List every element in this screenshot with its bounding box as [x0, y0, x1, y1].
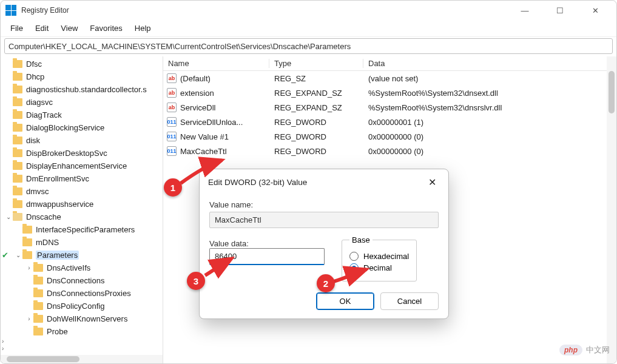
value-name: MaxCacheTtl	[180, 147, 227, 156]
value-name: New Value #1	[180, 132, 229, 141]
value-type: REG_EXPAND_SZ	[269, 103, 363, 112]
folder-icon	[13, 124, 22, 132]
folder-icon	[13, 73, 22, 81]
tree-item-label: dmvsc	[26, 187, 49, 196]
value-row[interactable]: 011MaxCacheTtlREG_DWORD0x00000000 (0)	[163, 144, 616, 158]
value-row[interactable]: 011New Value #1REG_DWORD0x00000000 (0)	[163, 129, 616, 144]
tree-item[interactable]: dmwappushservice	[1, 198, 163, 211]
base-legend: Base	[349, 235, 373, 244]
tree-item-label: mDNS	[36, 238, 59, 247]
tree-item[interactable]: InterfaceSpecificParameters	[1, 223, 163, 236]
tree-item-label: DnsPolicyConfig	[47, 302, 104, 311]
value-row[interactable]: abextensionREG_EXPAND_SZ%SystemRoot%\Sys…	[163, 86, 616, 100]
list-vscrollbar[interactable]	[607, 56, 616, 363]
chevron-icon: ⌄	[4, 214, 13, 220]
tree-item-label: DnsActiveIfs	[47, 263, 90, 272]
menu-help[interactable]: Help	[129, 21, 157, 35]
edit-dword-dialog: Edit DWORD (32-bit) Value ✕ Value name: …	[199, 169, 449, 319]
tree-item-label: DmEnrollmentSvc	[26, 174, 89, 183]
value-type: REG_DWORD	[269, 147, 363, 156]
folder-icon	[33, 289, 43, 297]
annotation-arrow-3	[200, 256, 237, 280]
cancel-button[interactable]: Cancel	[380, 292, 439, 310]
col-type[interactable]: Type	[269, 59, 363, 68]
tree-pane[interactable]: DfscDhcpdiagnosticshub.standardcollector…	[1, 56, 163, 363]
value-data: 0x00000000 (0)	[363, 147, 616, 156]
tree-item[interactable]: DiagTrack	[1, 109, 163, 121]
folder-icon	[33, 315, 43, 323]
tree-item-label: DnsConnections	[47, 276, 104, 285]
value-name-field[interactable]: MaxCacheTtl	[209, 212, 439, 228]
menu-view[interactable]: View	[55, 21, 84, 35]
tree-item[interactable]: DnsPolicyConfig	[1, 300, 163, 312]
tree-hscrollbar[interactable]	[1, 355, 163, 363]
dialog-close-button[interactable]: ✕	[425, 175, 440, 189]
chevron-icon: ⌄	[14, 252, 22, 258]
tree-item-label: DispBrokerDesktopSvc	[26, 149, 107, 158]
tree-item[interactable]: DnsConnectionsProxies	[1, 287, 163, 300]
tree-item[interactable]: ⌄Dnscache	[1, 211, 163, 223]
maximize-button[interactable]: ☐	[551, 6, 569, 15]
radio-hexadecimal[interactable]: Hexadecimal	[349, 252, 409, 261]
folder-icon	[22, 251, 32, 259]
address-bar[interactable]: Computer\HKEY_LOCAL_MACHINE\SYSTEM\Curre…	[4, 38, 613, 54]
tree-item-label: Dhcp	[26, 72, 44, 81]
tree-item-label: Probe	[47, 327, 68, 336]
annotation-arrow-1	[174, 157, 228, 189]
tree-item[interactable]: dmvsc	[1, 185, 163, 198]
tree-item[interactable]: disk	[1, 134, 163, 147]
tree-item[interactable]: ✔⌄Parameters	[1, 249, 163, 261]
annotation-marker-2: 2	[317, 274, 335, 292]
check-icon: ✔	[2, 251, 8, 260]
radio-icon	[349, 252, 359, 261]
close-button[interactable]: ✕	[586, 6, 604, 15]
tree-item-label: InterfaceSpecificParameters	[36, 225, 135, 234]
tree-item[interactable]: DispBrokerDesktopSvc	[1, 147, 163, 160]
ok-button[interactable]: OK	[316, 292, 374, 310]
tree-item[interactable]: diagnosticshub.standardcollector.s	[1, 83, 163, 96]
string-value-icon: ab	[167, 103, 177, 112]
tree-item[interactable]: ›DohWellKnownServers	[1, 312, 163, 325]
tree-item[interactable]: diagsvc	[1, 96, 163, 109]
tree-item[interactable]: DisplayEnhancementService	[1, 160, 163, 172]
menu-edit[interactable]: Edit	[29, 21, 55, 35]
folder-icon	[13, 86, 22, 93]
value-row[interactable]: 011ServiceDllUnloa...REG_DWORD0x00000001…	[163, 115, 616, 129]
folder-icon	[33, 264, 43, 272]
value-name-label: Value name:	[209, 200, 439, 209]
value-data: %SystemRoot%\System32\dnsrslvr.dll	[363, 103, 616, 112]
tree-item[interactable]: DmEnrollmentSvc	[1, 172, 163, 185]
list-header[interactable]: Name Type Data	[163, 56, 616, 71]
titlebar: Registry Editor — ☐ ✕	[1, 1, 616, 20]
annotation-arrow-2	[329, 266, 371, 286]
watermark-text: 中文网	[586, 345, 610, 356]
folder-icon	[13, 111, 22, 119]
folder-icon	[13, 149, 22, 157]
tree-item[interactable]: DnsConnections	[1, 274, 163, 287]
tree-item[interactable]: Probe	[1, 325, 163, 338]
folder-icon	[13, 60, 22, 68]
tree-item-label: Dfsc	[26, 59, 42, 69]
minimize-button[interactable]: —	[516, 6, 534, 15]
tree-item[interactable]: Dhcp	[1, 70, 163, 83]
tree-item-label: dmwappushservice	[26, 200, 93, 209]
menu-favorites[interactable]: Favorites	[84, 21, 128, 35]
watermark: php 中文网	[559, 345, 610, 356]
php-badge: php	[559, 345, 582, 356]
value-name: ServiceDllUnloa...	[180, 118, 243, 127]
tree-item[interactable]: DialogBlockingService	[1, 121, 163, 134]
tree-item-label: DisplayEnhancementService	[26, 161, 127, 170]
col-data[interactable]: Data	[363, 59, 616, 68]
col-name[interactable]: Name	[163, 59, 269, 68]
tree-collapsed-chevrons: ››	[2, 338, 4, 352]
tree-item-label: Parameters	[36, 251, 79, 260]
tree-item[interactable]: Dfsc	[1, 58, 163, 70]
tree-item[interactable]: mDNS	[1, 236, 163, 249]
folder-icon	[13, 213, 22, 221]
chevron-icon: ›	[25, 315, 33, 322]
dword-value-icon: 011	[167, 146, 177, 156]
menu-file[interactable]: File	[4, 21, 29, 35]
value-row[interactable]: abServiceDllREG_EXPAND_SZ%SystemRoot%\Sy…	[163, 100, 616, 115]
tree-item[interactable]: ›DnsActiveIfs	[1, 261, 163, 274]
value-row[interactable]: ab(Default)REG_SZ(value not set)	[163, 71, 616, 86]
